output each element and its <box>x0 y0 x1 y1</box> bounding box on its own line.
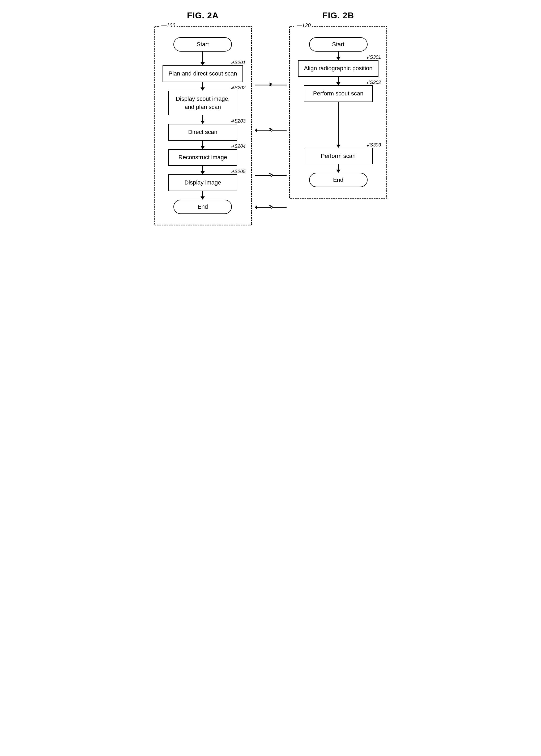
s303-label: ↲S303 <box>366 142 381 148</box>
svg-marker-4 <box>255 128 257 132</box>
s203-label: ↲S203 <box>230 118 246 124</box>
s202-label: ↲S202 <box>230 85 246 91</box>
fig2b-box: —120 Start ↲S301 Align radiographic posi… <box>289 26 387 199</box>
s201-box: Plan and direct scout scan <box>163 65 243 82</box>
fig2a-section: FIG. 2A —100 Start ↲S201 Plan and direct… <box>151 11 255 225</box>
fig2a-box: —100 Start ↲S201 Plan and direct scout s… <box>154 26 252 225</box>
s301-box: Align radiographic position <box>298 60 378 77</box>
s205-box: Display image <box>168 174 237 191</box>
cross-connections-svg <box>255 32 286 271</box>
s303-box: Perform scan <box>304 148 373 165</box>
end-a: End <box>174 200 232 214</box>
s203-wrapper: ↲S203 Direct scan <box>163 124 243 141</box>
s205-label: ↲S205 <box>230 169 246 174</box>
fig2b-label: —120 <box>295 22 312 29</box>
s204-wrapper: ↲S204 Reconstruct image <box>163 149 243 166</box>
end-b-wrapper: End <box>298 173 378 187</box>
s302-box: Perform scout scan <box>304 85 373 102</box>
s205-wrapper: ↲S205 Display image <box>163 174 243 191</box>
start-a-wrapper: Start <box>163 37 243 52</box>
s302-label: ↲S302 <box>366 79 381 85</box>
s301-label: ↲S301 <box>366 54 381 60</box>
diagrams-row: FIG. 2A —100 Start ↲S201 Plan and direct… <box>151 11 390 271</box>
fig2b-title: FIG. 2B <box>322 11 354 20</box>
s202-wrapper: ↲S202 Display scout image, and plan scan <box>163 91 243 116</box>
s204-label: ↲S204 <box>230 143 246 149</box>
s201-wrapper: ↲S201 Plan and direct scout scan <box>163 65 243 82</box>
s204-box: Reconstruct image <box>168 149 237 166</box>
s302-wrapper: ↲S302 Perform scout scan <box>298 85 378 102</box>
start-b: Start <box>309 37 367 52</box>
end-a-wrapper: End <box>163 200 243 214</box>
s301-wrapper: ↲S301 Align radiographic position <box>298 60 378 77</box>
fig2a-label: —100 <box>160 22 177 29</box>
page-container: FIG. 2A —100 Start ↲S201 Plan and direct… <box>151 11 390 271</box>
s303-wrapper: ↲S303 Perform scan <box>298 148 378 165</box>
svg-marker-9 <box>255 205 257 209</box>
s201-label: ↲S201 <box>230 60 246 65</box>
s202-box: Display scout image, and plan scan <box>168 91 237 116</box>
fig2a-title: FIG. 2A <box>187 11 219 20</box>
fig2b-section: FIG. 2B —120 Start ↲S301 Align radiograp… <box>286 11 390 199</box>
end-b: End <box>309 173 367 187</box>
start-b-wrapper: Start <box>298 37 378 52</box>
start-a: Start <box>174 37 232 52</box>
s203-box: Direct scan <box>168 124 237 141</box>
